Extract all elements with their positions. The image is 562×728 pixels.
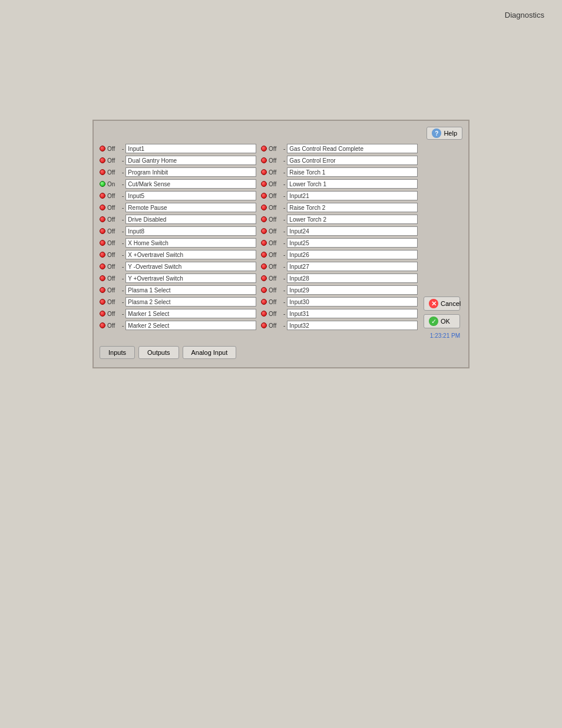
list-item: Off-: [100, 249, 256, 260]
input-field[interactable]: [287, 179, 418, 189]
input-field[interactable]: [125, 191, 256, 200]
status-text: Off: [269, 193, 282, 199]
list-item: Off-: [100, 143, 256, 154]
input-field[interactable]: [125, 215, 256, 224]
help-button[interactable]: ? Help: [427, 127, 462, 140]
dash: -: [122, 205, 124, 211]
status-text: Off: [107, 146, 120, 152]
list-item: Off-: [261, 308, 418, 319]
dash: -: [283, 252, 285, 258]
input-field[interactable]: [125, 167, 256, 177]
input-field[interactable]: [287, 321, 418, 330]
status-text: Off: [107, 169, 120, 176]
diagnostics-dialog: ? Help Off-Off-Off-On-Off-Off-Off-Off-Of…: [92, 120, 470, 368]
input-field[interactable]: [287, 191, 418, 200]
dash: -: [122, 252, 124, 258]
status-text: Off: [107, 287, 120, 294]
input-field[interactable]: [125, 226, 256, 236]
led-off-icon: [100, 275, 105, 281]
input-field[interactable]: [125, 309, 256, 318]
status-text: Off: [107, 275, 120, 282]
dash: -: [283, 169, 285, 176]
status-text: Off: [269, 181, 282, 187]
led-off-icon: [261, 287, 267, 293]
led-off-icon: [261, 322, 267, 328]
input-field[interactable]: [125, 179, 256, 189]
input-field[interactable]: [287, 226, 418, 236]
input-field[interactable]: [125, 156, 256, 165]
input-field[interactable]: [125, 250, 256, 259]
status-text: Off: [269, 205, 282, 211]
cancel-button[interactable]: ✕ Cancel: [424, 297, 460, 311]
input-field[interactable]: [125, 144, 256, 153]
input-field[interactable]: [287, 167, 418, 177]
list-item: Off-: [261, 179, 418, 189]
list-item: Off-: [100, 261, 256, 272]
help-label: Help: [444, 130, 457, 137]
input-field[interactable]: [287, 262, 418, 271]
list-item: Off-: [100, 226, 256, 236]
dash: -: [283, 193, 285, 199]
input-field[interactable]: [287, 285, 418, 295]
led-off-icon: [261, 193, 267, 199]
status-text: Off: [269, 169, 282, 176]
led-off-icon: [100, 193, 105, 199]
list-item: Off-: [100, 308, 256, 319]
list-item: Off-: [261, 297, 418, 307]
left-inputs-column: Off-Off-Off-On-Off-Off-Off-Off-Off-Off-O…: [100, 143, 256, 331]
list-item: Off-: [261, 143, 418, 154]
status-text: Off: [107, 240, 120, 246]
status-text: Off: [269, 216, 282, 223]
status-text: Off: [107, 252, 120, 258]
input-field[interactable]: [125, 203, 256, 212]
input-field[interactable]: [125, 238, 256, 248]
dash: -: [122, 240, 124, 246]
dash: -: [122, 299, 124, 305]
input-field[interactable]: [287, 297, 418, 307]
list-item: Off-: [100, 155, 256, 166]
ok-button[interactable]: ✓ OK: [424, 314, 460, 328]
input-field[interactable]: [125, 274, 256, 283]
input-field[interactable]: [125, 321, 256, 330]
list-item: Off-: [100, 273, 256, 284]
input-field[interactable]: [287, 215, 418, 224]
led-off-icon: [261, 263, 267, 269]
led-off-icon: [100, 263, 105, 269]
status-text: Off: [269, 263, 282, 270]
list-item: Off-: [261, 249, 418, 260]
tab-outputs[interactable]: Outputs: [138, 346, 179, 359]
list-item: Off-: [261, 190, 418, 201]
dash: -: [122, 193, 124, 199]
status-text: Off: [269, 146, 282, 152]
input-field[interactable]: [287, 250, 418, 259]
input-field[interactable]: [287, 274, 418, 283]
input-field[interactable]: [125, 262, 256, 271]
dash: -: [283, 263, 285, 270]
input-field[interactable]: [287, 144, 418, 153]
list-item: Off-: [100, 167, 256, 177]
input-field[interactable]: [125, 285, 256, 295]
dash: -: [283, 275, 285, 282]
input-field[interactable]: [287, 238, 418, 248]
led-off-icon: [100, 146, 105, 151]
led-off-icon: [261, 275, 267, 281]
tab-analog-input[interactable]: Analog Input: [183, 346, 237, 359]
list-item: Off-: [261, 155, 418, 166]
status-text: Off: [107, 311, 120, 317]
list-item: Off-: [100, 190, 256, 201]
list-item: Off-: [261, 202, 418, 213]
input-field[interactable]: [125, 297, 256, 307]
side-buttons: ✕ Cancel ✓ OK: [421, 143, 462, 331]
cancel-label: Cancel: [441, 300, 461, 307]
led-on-icon: [100, 181, 105, 187]
list-item: Off-: [100, 202, 256, 213]
input-field[interactable]: [287, 203, 418, 212]
tab-inputs[interactable]: Inputs: [100, 346, 135, 359]
input-field[interactable]: [287, 156, 418, 165]
status-text: On: [107, 181, 120, 187]
list-item: Off-: [261, 285, 418, 295]
input-field[interactable]: [287, 309, 418, 318]
status-text: Off: [269, 252, 282, 258]
list-item: Off-: [100, 285, 256, 295]
dash: -: [283, 299, 285, 305]
